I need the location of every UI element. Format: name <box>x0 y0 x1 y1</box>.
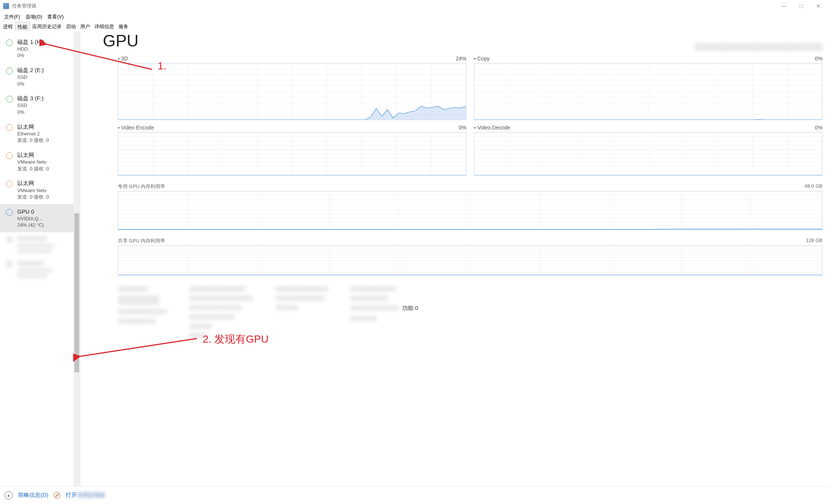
chart-vdec: ▾Video Decode 0% <box>474 125 822 176</box>
sidebar-item-eth3[interactable]: 以太网 VMware Netv 发送: 0 接收: 0 <box>0 176 80 204</box>
sidebar-scrollbar[interactable] <box>74 32 80 486</box>
chart-box-venc[interactable] <box>118 132 466 176</box>
shared-mem-max: 128 GB <box>806 238 822 244</box>
window-controls: — □ ✕ <box>775 0 827 12</box>
eth3-title: 以太网 <box>17 179 49 187</box>
details-col-3 <box>275 286 328 310</box>
sidebar-item-disk3[interactable]: 磁盘 3 (F:) SSD 0% <box>0 91 80 119</box>
gpu-details-area: 功能 0 <box>118 286 822 339</box>
network-icon <box>6 152 13 159</box>
eth1-title: 以太网 <box>17 123 49 131</box>
brief-info-link[interactable]: 简略信息(D) <box>18 492 48 499</box>
menu-view[interactable]: 查看(V) <box>45 12 66 21</box>
network-icon <box>6 181 13 187</box>
performance-sidebar: 0% 磁盘 1 (H:) HDD 0% 磁盘 2 (E:) SSD 0% <box>0 32 80 486</box>
chevron-down-icon[interactable]: ▾ <box>118 126 120 130</box>
chart-row-video: ▾Video Encode 0% ▾Video Decode 0% <box>118 125 822 176</box>
disk3-title: 磁盘 3 (F:) <box>17 95 44 102</box>
window-title: 任务管理器 <box>12 3 36 9</box>
sidebar-item-eth1[interactable]: 以太网 Ethernet 2 发送: 0 接收: 0 <box>0 119 80 147</box>
close-button[interactable]: ✕ <box>810 0 827 12</box>
label-vdec: Video Decode <box>477 125 510 131</box>
disk1-percent: 0% <box>17 52 44 59</box>
chart-copy: ▾Copy 0% <box>474 56 822 120</box>
value-vdec: 0% <box>815 125 822 131</box>
disk2-type: SSD <box>17 74 44 81</box>
eth2-title: 以太网 <box>17 151 49 159</box>
chart-box-vdec[interactable] <box>474 132 822 176</box>
res-mon-blurred: 资源监视器 <box>77 492 105 498</box>
tab-users[interactable]: 用户 <box>78 22 92 31</box>
chart-box-3d[interactable] <box>118 63 466 120</box>
eth3-sub: VMware Netv <box>17 187 49 194</box>
open-resource-monitor-link[interactable]: 打开资源监视器 <box>66 492 105 499</box>
sidebar-item-disk2[interactable]: 磁盘 2 (E:) SSD 0% <box>0 63 80 91</box>
eth3-stats: 发送: 0 接收: 0 <box>17 194 49 200</box>
workspace: 0% 磁盘 1 (H:) HDD 0% 磁盘 2 (E:) SSD 0% <box>0 32 830 486</box>
details-col-1 <box>118 286 167 324</box>
sidebar-item-gpu0[interactable]: GPU 0 NVIDIA Q... 24% (42 °C) <box>0 204 80 232</box>
tab-details[interactable]: 详细信息 <box>92 22 116 31</box>
sidebar-item-disk1[interactable]: 磁盘 1 (H:) HDD 0% <box>0 35 80 63</box>
menubar: 文件(F) 选项(O) 查看(V) <box>0 12 830 22</box>
gpu-model-name <box>695 43 822 51</box>
titlebar: 任务管理器 — □ ✕ <box>0 0 830 12</box>
tab-performance[interactable]: 性能 <box>15 22 30 31</box>
disk-icon <box>6 68 13 74</box>
chevron-down-icon[interactable]: ▾ <box>474 126 476 130</box>
tab-app-history[interactable]: 应用历史记录 <box>30 22 64 31</box>
eth1-sub: Ethernet 2 <box>17 131 49 137</box>
forbid-icon <box>54 492 60 499</box>
shared-mem-label: 共享 GPU 内存利用率 <box>118 238 165 244</box>
sidebar-item-hidden-2 <box>0 257 80 282</box>
label-venc: Video Encode <box>121 125 154 131</box>
disk2-title: 磁盘 2 (E:) <box>17 66 44 74</box>
chevron-down-icon[interactable]: ▾ <box>118 57 120 61</box>
chart-3d: ▾3D 24% <box>118 56 466 120</box>
chart-row-top: ▾3D 24% ▾Copy 0% <box>118 56 822 120</box>
app-icon <box>3 3 9 9</box>
tab-processes[interactable]: 进程 <box>1 22 15 31</box>
details-col-4: 功能 0 <box>350 286 418 321</box>
details-col-2 <box>189 286 253 339</box>
gpu0-stats: 24% (42 °C) <box>17 222 44 229</box>
label-copy: Copy <box>477 56 490 62</box>
dedicated-mem-max: 48.0 GB <box>804 183 822 190</box>
gpu0-sub: NVIDIA Q... <box>17 215 44 222</box>
eth2-sub: VMware Netv <box>17 159 49 165</box>
main-panel: GPU ▾3D 24% ▾Copy 0% <box>80 32 830 486</box>
chart-box-shared[interactable] <box>118 245 822 275</box>
disk-icon <box>6 96 13 102</box>
menu-options[interactable]: 选项(O) <box>23 12 45 21</box>
sidebar-inner: 0% 磁盘 1 (H:) HDD 0% 磁盘 2 (E:) SSD 0% <box>0 32 80 282</box>
tab-services[interactable]: 服务 <box>116 22 131 31</box>
maximize-button[interactable]: □ <box>792 0 810 12</box>
chart-box-dedicated[interactable] <box>118 191 822 230</box>
value-3d: 24% <box>456 56 466 62</box>
disk2-percent: 0% <box>17 81 44 87</box>
sidebar-item-eth2[interactable]: 以太网 VMware Netv 发送: 0 接收: 0 <box>0 147 80 176</box>
disk1-title: 磁盘 1 (H:) <box>17 38 44 46</box>
chevron-down-icon[interactable]: ▾ <box>474 57 476 61</box>
network-icon <box>6 124 13 131</box>
scrollbar-thumb[interactable] <box>74 213 79 372</box>
value-venc: 0% <box>459 125 466 131</box>
sidebar-item-cpu-tail[interactable]: 0% <box>0 32 80 35</box>
shared-mem-row: 共享 GPU 内存利用率 128 GB <box>118 238 822 275</box>
value-copy: 0% <box>815 56 822 62</box>
disk3-percent: 0% <box>17 109 44 116</box>
dedicated-mem-row: 专用 GPU 内存利用率 48.0 GB <box>118 183 822 230</box>
gpu-function-label: 功能 0 <box>402 305 418 312</box>
label-3d: 3D <box>121 56 128 62</box>
chart-box-copy[interactable] <box>474 63 822 120</box>
disk-icon <box>6 39 13 46</box>
disk1-type: HDD <box>17 46 44 53</box>
disk3-type: SSD <box>17 102 44 109</box>
eth1-stats: 发送: 0 接收: 0 <box>17 137 49 144</box>
collapse-icon[interactable]: ▴ <box>5 491 13 499</box>
menu-file[interactable]: 文件(F) <box>2 12 23 21</box>
tab-startup[interactable]: 启动 <box>64 22 78 31</box>
minimize-button[interactable]: — <box>775 0 792 12</box>
eth2-stats: 发送: 0 接收: 0 <box>17 165 49 172</box>
gpu-title: GPU <box>103 32 138 50</box>
